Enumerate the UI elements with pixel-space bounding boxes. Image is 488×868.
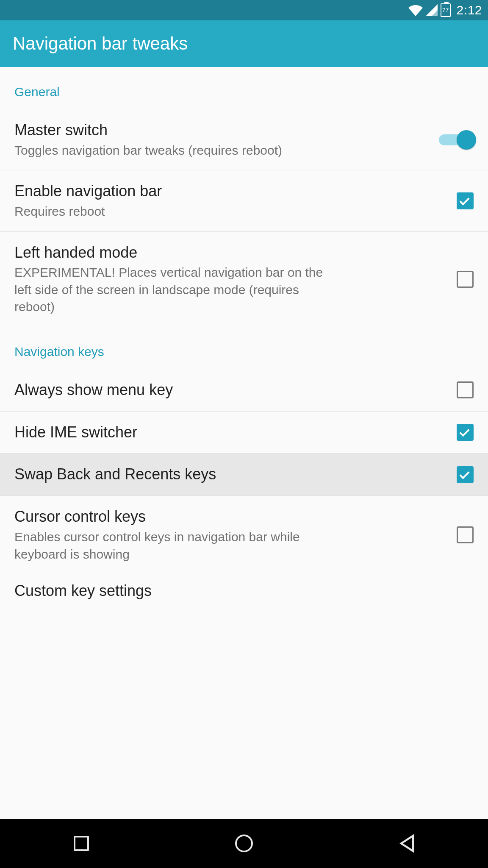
row-text: Hide IME switcher [14, 423, 457, 442]
toggle-master-switch[interactable] [439, 130, 474, 150]
checkbox-left-handed[interactable] [457, 271, 474, 288]
row-title: Left handed mode [14, 243, 445, 263]
control [457, 192, 474, 209]
row-cursor-control[interactable]: Cursor control keys Enables cursor contr… [0, 496, 488, 574]
section-header-navkeys: Navigation keys [0, 327, 488, 369]
page-title: Navigation bar tweaks [13, 33, 188, 54]
row-subtitle: EXPERIMENTAL! Places vertical navigation… [14, 264, 324, 316]
wifi-icon [408, 4, 423, 16]
app-bar: Navigation bar tweaks [0, 20, 488, 67]
settings-content[interactable]: General Master switch Toggles navigation… [0, 67, 488, 819]
row-text: Swap Back and Recents keys [14, 465, 457, 484]
checkbox-swap-back-recents[interactable] [457, 466, 474, 483]
row-subtitle: Toggles navigation bar tweaks (requires … [14, 142, 324, 159]
control [457, 466, 474, 483]
status-icons: 77 [408, 3, 451, 17]
row-title: Swap Back and Recents keys [14, 465, 445, 484]
control [457, 526, 474, 543]
checkbox-cursor-control[interactable] [457, 526, 474, 543]
section-header-general: General [0, 67, 488, 109]
status-bar: 77 2:12 [0, 0, 488, 20]
row-subtitle: Requires reboot [14, 203, 324, 220]
nav-recent-button[interactable] [56, 826, 107, 860]
row-enable-navbar[interactable]: Enable navigation bar Requires reboot [0, 170, 488, 231]
triangle-icon [399, 834, 414, 853]
checkbox-always-menu[interactable] [457, 381, 474, 398]
system-nav-bar [0, 819, 488, 868]
row-title: Cursor control keys [14, 507, 445, 527]
row-swap-back-recents[interactable]: Swap Back and Recents keys [0, 453, 488, 496]
control [457, 271, 474, 288]
row-text: Cursor control keys Enables cursor contr… [14, 507, 457, 563]
status-time: 2:12 [457, 3, 482, 17]
row-title: Master switch [14, 120, 427, 140]
row-text: Left handed mode EXPERIMENTAL! Places ve… [14, 243, 457, 316]
row-title: Enable navigation bar [14, 181, 445, 201]
checkbox-enable-navbar[interactable] [457, 192, 474, 209]
row-always-menu[interactable]: Always show menu key [0, 369, 488, 412]
circle-icon [235, 835, 253, 852]
row-master-switch[interactable]: Master switch Toggles navigation bar twe… [0, 109, 488, 170]
checkbox-hide-ime[interactable] [457, 424, 474, 441]
square-icon [74, 836, 89, 851]
control [457, 381, 474, 398]
battery-icon: 77 [441, 3, 451, 17]
row-left-handed[interactable]: Left handed mode EXPERIMENTAL! Places ve… [0, 232, 488, 327]
row-custom-key-settings-partial[interactable]: Custom key settings [0, 574, 488, 600]
nav-back-button[interactable] [381, 826, 432, 860]
control [457, 424, 474, 441]
control [439, 130, 474, 150]
row-text: Master switch Toggles navigation bar twe… [14, 120, 439, 159]
row-text: Enable navigation bar Requires reboot [14, 181, 457, 220]
row-text: Always show menu key [14, 380, 457, 400]
row-title: Hide IME switcher [14, 423, 445, 442]
row-hide-ime[interactable]: Hide IME switcher [0, 412, 488, 454]
battery-percent: 77 [442, 7, 449, 13]
screen: 77 2:12 Navigation bar tweaks General Ma… [0, 0, 488, 868]
nav-home-button[interactable] [219, 826, 269, 860]
cell-signal-icon [425, 4, 438, 16]
row-subtitle: Enables cursor control keys in navigatio… [14, 529, 324, 563]
row-title: Always show menu key [14, 380, 445, 400]
